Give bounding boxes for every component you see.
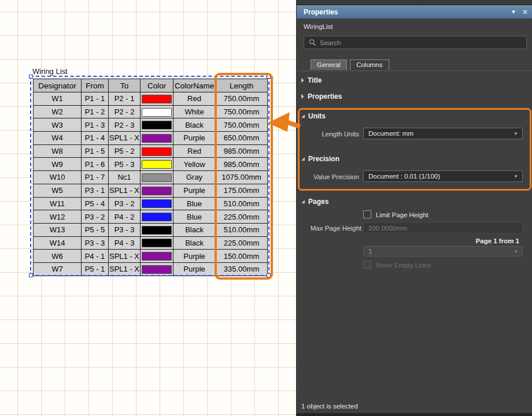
collapsed-arrow-icon <box>301 78 304 83</box>
expanded-arrow-icon <box>301 200 305 203</box>
section-properties[interactable]: Properties <box>301 92 342 101</box>
selection-handle-top-left[interactable] <box>29 75 33 79</box>
section-units[interactable]: Units <box>301 112 326 120</box>
value-precision-label: Value Precision <box>301 173 359 180</box>
expanded-arrow-icon <box>301 157 305 161</box>
limit-page-height-checkbox[interactable] <box>363 210 371 218</box>
section-title[interactable]: Title <box>301 76 322 84</box>
tab-columns[interactable]: Columns <box>350 60 389 70</box>
panel-close-icon[interactable]: ✕ <box>522 8 528 16</box>
tab-separator <box>297 70 532 71</box>
show-empty-lines-label: Show Empty Lines <box>376 262 431 269</box>
schematic-canvas[interactable]: Wiring List DesignatorFromToColorColorNa… <box>0 0 296 416</box>
selection-handle-top-right[interactable] <box>267 75 271 79</box>
length-units-dropdown[interactable]: Document: mm ▼ <box>363 128 523 139</box>
selected-object-type: WiringList <box>304 23 332 30</box>
collapsed-arrow-icon <box>301 94 304 99</box>
panel-top-strip <box>297 0 532 5</box>
selection-handle-bottom-left[interactable] <box>29 273 33 277</box>
wiring-list-title: Wiring List <box>32 67 68 76</box>
max-page-height-input[interactable]: 200.0000mm <box>363 222 523 233</box>
panel-menu-chevron-icon[interactable]: ▼ <box>511 9 516 15</box>
expanded-arrow-icon <box>301 114 305 118</box>
search-input[interactable] <box>320 39 511 46</box>
page-select-dropdown[interactable]: 1 ▼ <box>363 246 523 257</box>
search-icon <box>309 39 316 46</box>
chevron-down-icon: ▼ <box>513 131 518 136</box>
selection-handle-bottom-right[interactable] <box>267 273 271 277</box>
table-selection-outline[interactable] <box>30 76 269 276</box>
tab-general[interactable]: General <box>311 60 347 70</box>
max-page-height-label: Max Page Height <box>301 225 361 232</box>
section-precision[interactable]: Precision <box>301 155 339 163</box>
show-empty-lines-checkbox[interactable] <box>363 261 371 269</box>
chevron-down-icon: ▼ <box>513 249 518 254</box>
panel-title: Properties <box>304 8 338 16</box>
page-counter: Page 1 from 1 <box>476 237 519 244</box>
chevron-down-icon: ▼ <box>513 174 518 179</box>
search-box[interactable] <box>304 36 527 49</box>
value-precision-dropdown[interactable]: Document : 0.01 (1/100) ▼ <box>363 170 523 182</box>
limit-page-height-label: Limit Page Height <box>376 211 428 218</box>
status-text: 1 object is selected <box>301 403 358 410</box>
length-units-label: Length Units <box>301 131 359 138</box>
panel-bottom-edge <box>297 413 532 416</box>
panel-title-bar[interactable]: Properties ▼ ✕ <box>297 5 532 18</box>
properties-panel: Properties ▼ ✕ WiringList General Column… <box>296 0 532 416</box>
section-pages[interactable]: Pages <box>301 198 328 206</box>
